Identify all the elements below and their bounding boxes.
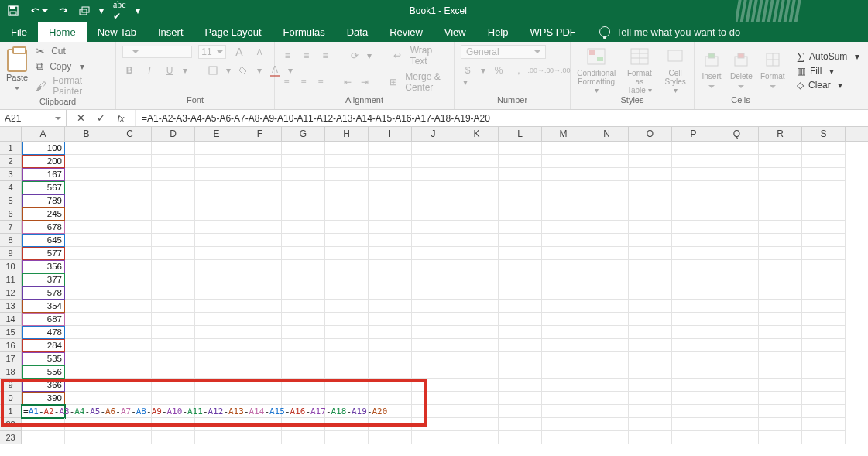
cell[interactable] bbox=[325, 273, 369, 286]
column-header[interactable]: G bbox=[282, 127, 325, 141]
cell[interactable] bbox=[238, 339, 282, 352]
font-size-select[interactable]: 11 bbox=[198, 45, 226, 59]
cell[interactable] bbox=[325, 300, 369, 313]
cell[interactable] bbox=[802, 221, 846, 234]
cell[interactable] bbox=[629, 221, 672, 234]
cell[interactable] bbox=[282, 418, 325, 431]
cell[interactable] bbox=[108, 260, 152, 273]
cell[interactable] bbox=[455, 392, 499, 405]
cell[interactable] bbox=[65, 286, 108, 300]
tab-page-layout[interactable]: Page Layout bbox=[194, 22, 273, 42]
cell[interactable] bbox=[455, 313, 499, 326]
cell[interactable] bbox=[759, 418, 802, 431]
format-as-table-button[interactable]: Format asTable ▾ bbox=[623, 46, 655, 94]
cell[interactable] bbox=[585, 418, 629, 431]
font-color-button[interactable]: A bbox=[268, 63, 282, 77]
cell[interactable] bbox=[238, 313, 282, 326]
cell[interactable] bbox=[325, 234, 369, 247]
cell[interactable] bbox=[715, 379, 759, 392]
row-header[interactable]: 22 bbox=[0, 418, 22, 431]
cell[interactable] bbox=[672, 207, 715, 221]
accounting-format-button[interactable]: $ bbox=[461, 63, 475, 77]
cell[interactable] bbox=[238, 352, 282, 365]
cell[interactable] bbox=[455, 326, 499, 339]
cell[interactable] bbox=[412, 392, 455, 405]
cell[interactable] bbox=[802, 194, 846, 207]
cell[interactable] bbox=[282, 207, 325, 221]
paste-button[interactable]: Paste bbox=[6, 50, 28, 93]
cell[interactable] bbox=[542, 431, 585, 444]
cell[interactable] bbox=[65, 392, 108, 405]
cell[interactable] bbox=[455, 405, 499, 418]
cell[interactable] bbox=[585, 431, 629, 444]
cell[interactable] bbox=[672, 273, 715, 286]
cell[interactable] bbox=[672, 168, 715, 181]
cell[interactable] bbox=[108, 234, 152, 247]
row-header[interactable]: 11 bbox=[0, 273, 22, 286]
cell[interactable] bbox=[455, 300, 499, 313]
cell[interactable] bbox=[282, 300, 325, 313]
cell[interactable] bbox=[499, 352, 542, 365]
cell[interactable] bbox=[542, 168, 585, 181]
cell[interactable] bbox=[152, 431, 195, 444]
cell[interactable] bbox=[455, 207, 499, 221]
cell[interactable] bbox=[65, 379, 108, 392]
qat-item-icon[interactable]: ▾ bbox=[99, 5, 104, 16]
undo-icon[interactable] bbox=[28, 6, 48, 15]
row-header[interactable]: 17 bbox=[0, 352, 22, 365]
cell[interactable] bbox=[369, 221, 412, 234]
cell[interactable] bbox=[629, 405, 672, 418]
tab-data[interactable]: Data bbox=[336, 22, 379, 42]
cell[interactable] bbox=[108, 286, 152, 300]
cell[interactable] bbox=[238, 300, 282, 313]
cell[interactable] bbox=[195, 313, 238, 326]
cell[interactable] bbox=[282, 181, 325, 194]
cell[interactable]: 577 bbox=[22, 247, 65, 260]
cell[interactable] bbox=[455, 352, 499, 365]
cell[interactable] bbox=[672, 313, 715, 326]
row-header[interactable]: 7 bbox=[0, 221, 22, 234]
cell[interactable] bbox=[672, 300, 715, 313]
tell-me-search[interactable] bbox=[587, 22, 771, 42]
cell[interactable] bbox=[65, 352, 108, 365]
cell[interactable] bbox=[759, 365, 802, 379]
column-header[interactable]: F bbox=[238, 127, 282, 141]
row-header[interactable]: 18 bbox=[0, 365, 22, 379]
cell[interactable] bbox=[152, 260, 195, 273]
cell[interactable] bbox=[542, 194, 585, 207]
align-center-button[interactable]: ≡ bbox=[298, 75, 309, 89]
cell[interactable] bbox=[759, 168, 802, 181]
cell[interactable] bbox=[238, 142, 282, 155]
cell[interactable] bbox=[499, 379, 542, 392]
cell[interactable] bbox=[65, 326, 108, 339]
orientation-button[interactable]: ⟳ bbox=[348, 49, 361, 63]
cell-styles-button[interactable]: CellStyles ▾ bbox=[663, 46, 688, 94]
cell[interactable] bbox=[152, 300, 195, 313]
redo-icon[interactable] bbox=[57, 6, 70, 15]
cell[interactable] bbox=[585, 300, 629, 313]
cell[interactable] bbox=[412, 339, 455, 352]
column-header[interactable]: Q bbox=[715, 127, 759, 141]
cell[interactable] bbox=[499, 234, 542, 247]
cell[interactable] bbox=[325, 379, 369, 392]
cell[interactable]: 478 bbox=[22, 326, 65, 339]
cell[interactable] bbox=[629, 194, 672, 207]
cell[interactable] bbox=[152, 326, 195, 339]
cell[interactable] bbox=[152, 365, 195, 379]
cell[interactable] bbox=[672, 181, 715, 194]
row-header[interactable]: 9 bbox=[0, 379, 22, 392]
column-header[interactable]: K bbox=[455, 127, 499, 141]
cell[interactable] bbox=[282, 286, 325, 300]
tab-formulas[interactable]: Formulas bbox=[273, 22, 336, 42]
cell[interactable] bbox=[195, 247, 238, 260]
cell[interactable] bbox=[802, 168, 846, 181]
cell[interactable] bbox=[282, 365, 325, 379]
cell[interactable] bbox=[325, 207, 369, 221]
cell[interactable] bbox=[715, 405, 759, 418]
cell[interactable] bbox=[195, 365, 238, 379]
cell[interactable] bbox=[802, 379, 846, 392]
cell[interactable] bbox=[715, 234, 759, 247]
cell[interactable] bbox=[325, 326, 369, 339]
cell[interactable] bbox=[282, 155, 325, 168]
cell[interactable] bbox=[759, 194, 802, 207]
